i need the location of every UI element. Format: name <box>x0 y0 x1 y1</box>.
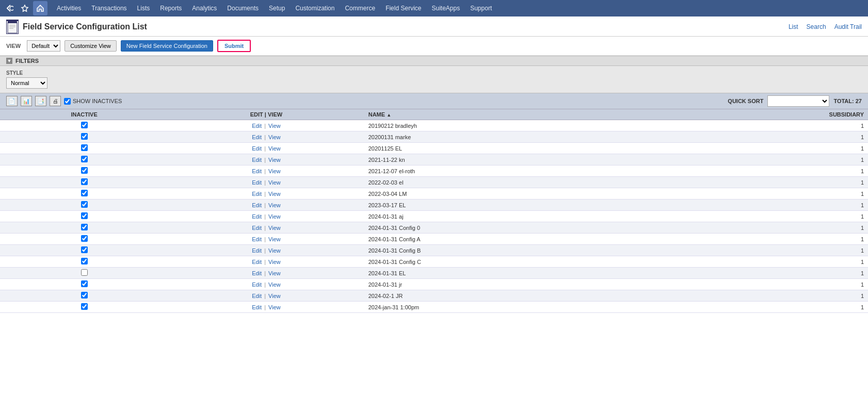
view-link[interactable]: View <box>268 202 281 208</box>
nav-fieldservice[interactable]: Field Service <box>380 0 426 16</box>
nav-customization[interactable]: Customization <box>290 0 340 16</box>
inactive-checkbox[interactable] <box>81 178 88 185</box>
edit-link[interactable]: Edit <box>252 293 262 299</box>
view-link[interactable]: View <box>268 247 281 254</box>
edit-link[interactable]: Edit <box>252 157 262 163</box>
inactive-checkbox[interactable] <box>81 144 88 151</box>
nav-support[interactable]: Support <box>465 0 497 16</box>
edit-link[interactable]: Edit <box>252 202 262 208</box>
svg-point-0 <box>10 6 13 10</box>
show-inactives-checkbox[interactable] <box>64 98 71 105</box>
edit-link[interactable]: Edit <box>252 225 262 231</box>
inactive-checkbox[interactable] <box>81 258 88 264</box>
edit-link[interactable]: Edit <box>252 247 262 254</box>
view-link[interactable]: View <box>268 259 281 265</box>
quick-sort-select[interactable] <box>767 95 829 107</box>
nav-documents[interactable]: Documents <box>222 0 264 16</box>
favorites-icon[interactable] <box>18 1 32 15</box>
inactive-checkbox[interactable] <box>81 269 88 276</box>
inactive-cell <box>0 165 168 177</box>
inactive-checkbox[interactable] <box>81 201 88 208</box>
print-icon[interactable]: 🖨 <box>50 96 61 106</box>
edit-link[interactable]: Edit <box>252 134 262 140</box>
export-pdf-icon[interactable]: 📑 <box>35 96 46 106</box>
pipe-separator: | <box>263 168 267 174</box>
view-link[interactable]: View <box>268 281 281 288</box>
edit-link[interactable]: Edit <box>252 191 262 197</box>
inactive-checkbox[interactable] <box>81 190 88 196</box>
nav-analytics[interactable]: Analytics <box>187 0 222 16</box>
nav-suiteapps[interactable]: SuiteApps <box>426 0 465 16</box>
audit-trail-link[interactable]: Audit Trail <box>834 23 862 30</box>
subsidiary-cell: 1 <box>660 177 868 188</box>
inactive-checkbox[interactable] <box>81 133 88 140</box>
edit-link[interactable]: Edit <box>252 168 262 174</box>
export-excel-icon[interactable]: 📊 <box>21 96 32 106</box>
view-link[interactable]: View <box>268 293 281 299</box>
edit-view-cell: Edit | View <box>168 200 364 211</box>
name-cell: 2022-03-04 LM <box>364 188 660 200</box>
nav-commerce[interactable]: Commerce <box>340 0 380 16</box>
inactive-checkbox[interactable] <box>81 156 88 162</box>
show-inactives-label[interactable]: SHOW INACTIVES <box>73 98 122 104</box>
nav-activities[interactable]: Activities <box>52 0 86 16</box>
edit-link[interactable]: Edit <box>252 270 262 276</box>
edit-link[interactable]: Edit <box>252 259 262 265</box>
pipe-separator: | <box>263 259 267 265</box>
view-link[interactable]: View <box>268 191 281 197</box>
inactive-checkbox[interactable] <box>81 167 88 174</box>
style-filter-select[interactable]: Normal Minimal Detailed <box>6 77 47 89</box>
view-select[interactable]: Default <box>27 40 60 52</box>
col-name[interactable]: NAME ▲ <box>364 109 660 120</box>
inactive-checkbox[interactable] <box>81 280 88 287</box>
view-link[interactable]: View <box>268 134 281 140</box>
view-link[interactable]: View <box>268 168 281 174</box>
inactive-checkbox[interactable] <box>81 292 88 299</box>
inactive-checkbox[interactable] <box>81 246 88 253</box>
netsuite-home-icon[interactable] <box>33 1 47 15</box>
edit-link[interactable]: Edit <box>252 236 262 242</box>
edit-link[interactable]: Edit <box>252 123 262 129</box>
search-link[interactable]: Search <box>807 23 826 30</box>
edit-view-cell: Edit | View <box>168 256 364 268</box>
edit-link[interactable]: Edit <box>252 145 262 152</box>
subsidiary-cell: 1 <box>660 222 868 234</box>
edit-view-cell: Edit | View <box>168 222 364 234</box>
edit-view-cell: Edit | View <box>168 120 364 131</box>
inactive-checkbox[interactable] <box>81 224 88 230</box>
inactive-checkbox[interactable] <box>81 235 88 242</box>
view-link[interactable]: View <box>268 123 281 129</box>
inactive-cell <box>0 279 168 290</box>
submit-button[interactable]: Submit <box>217 40 251 52</box>
view-link[interactable]: View <box>268 179 281 186</box>
inactive-checkbox[interactable] <box>81 122 88 128</box>
pipe-separator: | <box>263 236 267 242</box>
nav-transactions[interactable]: Transactions <box>86 0 132 16</box>
home-history-icon[interactable] <box>2 1 17 15</box>
view-link[interactable]: View <box>268 225 281 231</box>
edit-link[interactable]: Edit <box>252 304 262 310</box>
view-link[interactable]: View <box>268 236 281 242</box>
table-row: Edit | View20190212 bradleyh1 <box>0 120 868 131</box>
nav-reports[interactable]: Reports <box>155 0 187 16</box>
new-config-button[interactable]: New Field Service Configuration <box>121 40 213 52</box>
list-toolbar: 📄 📊 📑 🖨 SHOW INACTIVES QUICK SORT TOTAL:… <box>0 93 868 109</box>
edit-link[interactable]: Edit <box>252 213 262 220</box>
show-inactives-container: SHOW INACTIVES <box>64 98 122 105</box>
edit-link[interactable]: Edit <box>252 281 262 288</box>
customize-view-button[interactable]: Customize View <box>65 40 117 52</box>
filters-collapse-icon[interactable]: ▼ <box>6 58 12 64</box>
view-link[interactable]: View <box>268 304 281 310</box>
view-link[interactable]: View <box>268 213 281 220</box>
nav-lists[interactable]: Lists <box>132 0 155 16</box>
view-link[interactable]: View <box>268 157 281 163</box>
edit-link[interactable]: Edit <box>252 179 262 186</box>
inactive-checkbox[interactable] <box>81 212 88 219</box>
export-doc-icon[interactable]: 📄 <box>6 96 18 106</box>
nav-setup[interactable]: Setup <box>264 0 290 16</box>
list-link[interactable]: List <box>789 23 798 30</box>
view-link[interactable]: View <box>268 145 281 152</box>
view-link[interactable]: View <box>268 270 281 276</box>
inactive-checkbox[interactable] <box>81 303 88 310</box>
quick-sort-label: QUICK SORT <box>728 98 763 104</box>
